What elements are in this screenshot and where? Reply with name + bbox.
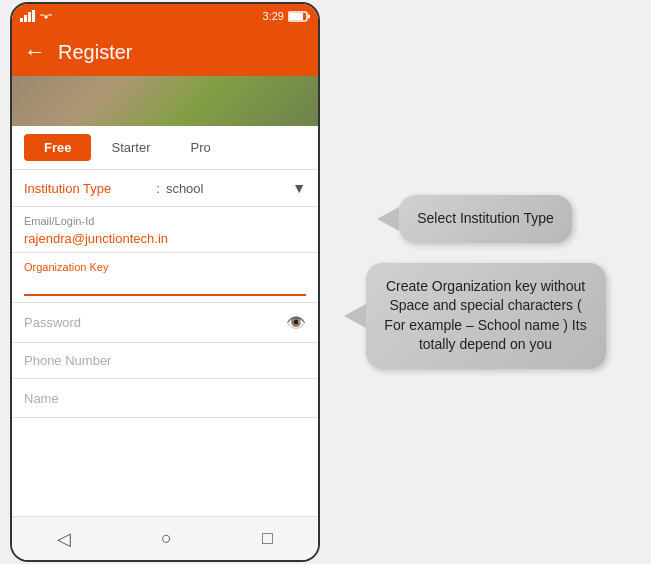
callouts-area: Select Institution Type Create Organizat… <box>320 175 651 389</box>
email-label: Email/Login-Id <box>24 215 306 227</box>
registration-form: Institution Type : school ▼ Email/Login-… <box>12 170 318 418</box>
email-value: rajendra@junctiontech.in <box>24 229 306 248</box>
time-display: 3:29 <box>263 10 284 22</box>
institution-type-callout: Select Institution Type <box>399 195 572 243</box>
svg-rect-6 <box>308 14 310 18</box>
name-field-group: Name <box>12 379 318 418</box>
tab-free[interactable]: Free <box>24 134 91 161</box>
dropdown-arrow-icon[interactable]: ▼ <box>292 180 306 196</box>
sim-icon <box>20 10 36 22</box>
battery-icon <box>288 11 310 22</box>
password-field-group: Password 👁️ <box>12 303 318 343</box>
status-bar-left <box>20 10 52 22</box>
org-key-input[interactable] <box>24 275 306 296</box>
name-placeholder: Name <box>24 391 59 406</box>
bottom-navigation: ◁ ○ □ <box>12 516 318 560</box>
header: ← Register <box>12 28 318 76</box>
eye-icon[interactable]: 👁️ <box>286 313 306 332</box>
colon: : <box>156 181 160 196</box>
background-image <box>12 76 318 126</box>
tab-starter[interactable]: Starter <box>91 134 170 161</box>
svg-rect-3 <box>32 10 35 22</box>
phone-placeholder: Phone Number <box>24 353 306 368</box>
nav-back-button[interactable]: ◁ <box>57 528 71 550</box>
institution-type-label: Institution Type <box>24 181 150 196</box>
nav-recent-button[interactable]: □ <box>262 528 273 549</box>
wifi-icon <box>40 10 52 22</box>
tab-pro[interactable]: Pro <box>170 134 230 161</box>
phone-frame: 3:29 ← Register Free Starter Pro Institu… <box>10 2 320 562</box>
status-bar-right: 3:29 <box>263 10 310 22</box>
institution-type-row[interactable]: Institution Type : school ▼ <box>12 170 318 207</box>
plan-tabs: Free Starter Pro <box>12 126 318 170</box>
svg-rect-5 <box>289 13 303 20</box>
org-key-callout: Create Organization key without Space an… <box>366 263 606 369</box>
institution-type-callout-text: Select Institution Type <box>417 210 554 226</box>
phone-field-group: Phone Number <box>12 343 318 379</box>
status-bar: 3:29 <box>12 4 318 28</box>
org-key-label: Organization Key <box>24 261 306 273</box>
org-key-callout-text: Create Organization key without Space an… <box>384 278 586 353</box>
back-button[interactable]: ← <box>24 39 46 65</box>
svg-rect-2 <box>28 12 31 22</box>
page-title: Register <box>58 41 132 64</box>
email-field-group: Email/Login-Id rajendra@junctiontech.in <box>12 207 318 253</box>
svg-rect-1 <box>24 15 27 22</box>
org-key-field-group: Organization Key <box>12 253 318 303</box>
password-placeholder: Password <box>24 315 286 330</box>
institution-type-value: school <box>166 181 292 196</box>
svg-rect-0 <box>20 18 23 22</box>
nav-home-button[interactable]: ○ <box>161 528 172 549</box>
